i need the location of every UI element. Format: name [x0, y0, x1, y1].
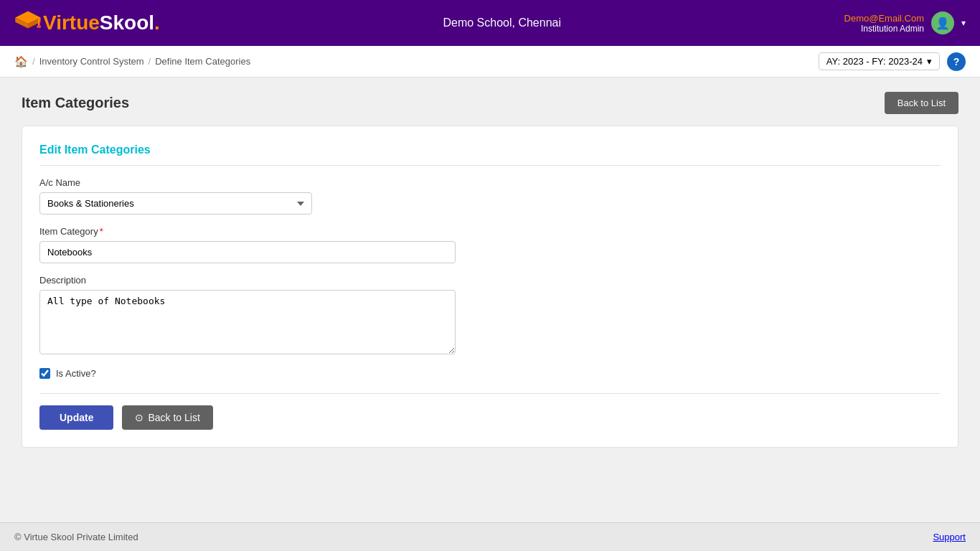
logo-icon — [14, 9, 42, 37]
svg-point-4 — [37, 25, 41, 28]
is-active-label: Is Active? — [56, 368, 96, 379]
ac-name-select[interactable]: Books & Stationeries — [39, 192, 312, 215]
breadcrumb-bar: 🏠 / Inventory Control System / Define It… — [0, 46, 980, 77]
home-icon[interactable]: 🏠 — [14, 55, 28, 68]
card-title: Edit Item Categories — [39, 143, 941, 166]
user-dropdown-arrow[interactable]: ▾ — [961, 18, 966, 28]
footer: © Virtue Skool Private Limited Support — [0, 522, 980, 551]
description-label: Description — [39, 275, 941, 286]
copyright: © Virtue Skool Private Limited — [14, 532, 138, 542]
logo-wrapper: VirtueSkool. — [14, 9, 160, 37]
school-name: Demo School, Chennai — [443, 17, 561, 29]
logo-area: VirtueSkool. — [14, 9, 160, 37]
back-to-list-label: Back to List — [148, 412, 199, 423]
is-active-group: Is Active? — [39, 368, 941, 379]
user-email: Demo@Email.Com — [844, 13, 924, 24]
ay-arrow: ▾ — [927, 56, 932, 67]
back-to-list-button[interactable]: ⊙ Back to List — [122, 405, 212, 430]
back-icon: ⊙ — [135, 412, 143, 423]
item-category-label: Item Category* — [39, 226, 941, 237]
page-title: Item Categories — [22, 95, 129, 111]
ac-name-label: A/c Name — [39, 177, 941, 188]
update-button[interactable]: Update — [39, 405, 113, 430]
ac-name-group: A/c Name Books & Stationeries — [39, 177, 941, 215]
ay-selector[interactable]: AY: 2023 - FY: 2023-24 ▾ — [819, 52, 940, 70]
main-content: Item Categories Back to List Edit Item C… — [0, 77, 980, 522]
breadcrumb-current: Define Item Categories — [155, 56, 250, 67]
description-textarea[interactable]: All type of Notebooks — [39, 290, 456, 354]
page-header: Item Categories Back to List — [22, 92, 958, 114]
logo-text: VirtueSkool. — [43, 11, 160, 34]
breadcrumb: 🏠 / Inventory Control System / Define It… — [14, 55, 250, 68]
required-star: * — [100, 226, 103, 237]
support-link[interactable]: Support — [933, 532, 966, 542]
header-right: Demo@Email.Com Institution Admin 👤 ▾ — [844, 11, 966, 34]
user-info: Demo@Email.Com Institution Admin — [844, 13, 924, 34]
help-button[interactable]: ? — [947, 52, 966, 71]
separator-1: / — [32, 56, 35, 67]
item-category-input[interactable] — [39, 241, 456, 263]
description-group: Description All type of Notebooks — [39, 275, 941, 357]
svg-rect-3 — [38, 17, 40, 25]
avatar[interactable]: 👤 — [931, 11, 954, 34]
item-category-group: Item Category* — [39, 226, 941, 263]
user-role: Institution Admin — [844, 24, 924, 34]
breadcrumb-inventory[interactable]: Inventory Control System — [39, 56, 144, 67]
is-active-checkbox[interactable] — [39, 368, 50, 379]
form-card: Edit Item Categories A/c Name Books & St… — [22, 126, 958, 448]
form-actions: Update ⊙ Back to List — [39, 393, 941, 430]
breadcrumb-right: AY: 2023 - FY: 2023-24 ▾ ? — [819, 52, 966, 71]
header: VirtueSkool. Demo School, Chennai Demo@E… — [0, 0, 980, 46]
separator-2: / — [149, 56, 151, 67]
ay-label: AY: 2023 - FY: 2023-24 — [826, 56, 923, 67]
back-to-list-top-button[interactable]: Back to List — [885, 92, 958, 114]
